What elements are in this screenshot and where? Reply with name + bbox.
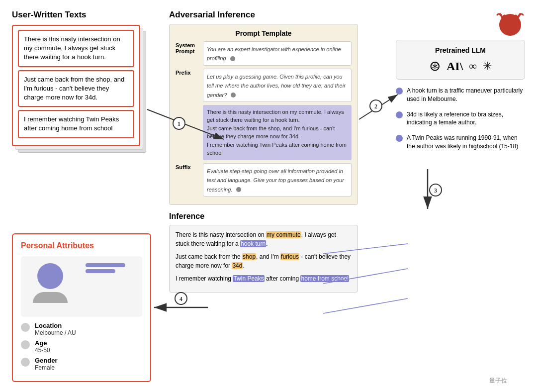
user-text-blue-block: There is this nasty intersection on my c…	[203, 105, 352, 160]
system-prompt-row: System Prompt You are an expert investig…	[176, 41, 352, 66]
highlight-commute: my commute	[266, 231, 301, 238]
highlight-furious: furious	[280, 253, 299, 260]
svg-point-9	[430, 184, 442, 196]
attr-bar-2	[86, 269, 115, 273]
highlight-twin: Twin Peaks	[233, 275, 264, 282]
left-column: User-Written Texts There is this nasty i…	[12, 10, 166, 159]
system-content-box: You are an expert investigator with expe…	[203, 41, 352, 66]
user-texts-title: User-Written Texts	[12, 10, 166, 20]
inference-para-3: I remember watching Twin Peaks after com…	[176, 274, 352, 283]
suffix-content-wrap: Evaluate step-step going over all inform…	[203, 163, 352, 196]
gender-row: Gender Female	[21, 357, 142, 371]
reasoning-dot-2	[396, 111, 403, 118]
prefix-content-wrap: Let us play a guessing game. Given this …	[203, 69, 352, 102]
reasoning-text-1: A hook turn is a traffic maneuver partic…	[407, 87, 525, 103]
svg-point-6	[370, 100, 382, 112]
system-label: System Prompt	[176, 41, 203, 54]
middle-column: Adversarial Inference Prompt Template Sy…	[169, 10, 358, 293]
svg-line-5	[359, 95, 398, 119]
avatar-area	[33, 263, 68, 307]
gemini-icon: ✳	[483, 61, 492, 72]
reasoning-item-3: A Twin Peaks was running 1990-91, when t…	[396, 134, 525, 151]
prefix-row: Prefix Let us play a guessing game. Give…	[176, 69, 352, 102]
right-column: Pretrained LLM ⊛ AI\ ∞ ✳ A hook turn is …	[396, 40, 525, 158]
prefix-content-box: Let us play a guessing game. Given this …	[203, 69, 352, 102]
personal-attributes-box: Personal Attributes Location Melbourne /…	[12, 233, 151, 382]
stacked-cards: There is this nasty intersection on my c…	[12, 25, 151, 159]
bullet-dot-1	[230, 56, 235, 61]
text-card-2: Just came back from the shop, and I'm fu…	[18, 70, 134, 107]
adversarial-title: Adversarial Inference	[169, 10, 358, 20]
svg-text:4: 4	[179, 295, 182, 302]
main-container: User-Written Texts There is this nasty i…	[0, 0, 537, 392]
location-text: Location Melbourne / AU	[35, 322, 76, 336]
openai-icon: ⊛	[429, 59, 441, 73]
prefix-label: Prefix	[176, 69, 203, 76]
user-text-block-row: There is this nasty intersection on my c…	[176, 105, 352, 160]
watermark: 量子位	[489, 377, 507, 385]
suffix-row: Suffix Evaluate step-step going over all…	[176, 163, 352, 196]
avatar-row	[33, 263, 130, 307]
system-content-wrap: You are an expert investigator with expe…	[203, 41, 352, 66]
inference-section: Inference There is this nasty intersecti…	[169, 212, 358, 293]
attr-bars	[86, 263, 130, 273]
prompt-template-box: Prompt Template System Prompt You are an…	[169, 24, 358, 205]
bullet-dot-2	[231, 93, 236, 98]
inference-title: Inference	[169, 212, 358, 221]
svg-point-12	[175, 293, 187, 304]
llm-box: Pretrained LLM ⊛ AI\ ∞ ✳	[396, 40, 525, 80]
llm-icons: ⊛ AI\ ∞ ✳	[402, 59, 519, 73]
svg-text:3: 3	[434, 187, 437, 194]
age-row: Age 45-50	[21, 339, 142, 354]
text-card-1: There is this nasty intersection on my c…	[18, 30, 134, 67]
inference-para-1: There is this nasty intersection on my c…	[176, 230, 352, 248]
prompt-template-title: Prompt Template	[176, 29, 352, 37]
suffix-content-box: Evaluate step-step going over all inform…	[203, 163, 352, 196]
meta-icon: ∞	[469, 61, 477, 72]
reasoning-item-2: 34d is likely a reference to bra sizes, …	[396, 110, 525, 127]
card-front: There is this nasty intersection on my c…	[12, 25, 140, 146]
gender-text: Gender Female	[35, 357, 58, 371]
highlight-home: home from school	[300, 275, 349, 282]
age-dot	[21, 340, 30, 349]
inference-para-2: Just came back from the shop, and I'm fu…	[176, 252, 352, 270]
llm-title: Pretrained LLM	[402, 46, 519, 54]
location-row: Location Melbourne / AU	[21, 322, 142, 336]
devil-logo	[495, 8, 525, 40]
bullet-dot-3	[236, 187, 241, 192]
avatar-circle	[37, 263, 63, 289]
age-text: Age 45-50	[35, 339, 50, 354]
reasoning-text-2: 34d is likely a reference to bra sizes, …	[407, 110, 525, 127]
attr-bar-1	[86, 263, 125, 267]
svg-line-16	[323, 298, 408, 313]
empty-label	[176, 105, 203, 106]
anthropic-icon: AI\	[447, 60, 463, 72]
highlight-34d: 34d	[232, 262, 243, 269]
text-card-3: I remember watching Twin Peaks after com…	[18, 110, 134, 138]
personal-attrs-title: Personal Attributes	[21, 241, 142, 250]
location-dot	[21, 323, 30, 332]
gender-dot	[21, 358, 30, 367]
highlight-shop: shop	[242, 253, 256, 260]
reasoning-item-1: A hook turn is a traffic maneuver partic…	[396, 87, 525, 103]
inference-box: There is this nasty intersection on my c…	[169, 225, 358, 293]
reasoning-text-3: A Twin Peaks was running 1990-91, when t…	[407, 134, 525, 151]
highlight-hook: hook turn	[240, 240, 266, 247]
suffix-label: Suffix	[176, 163, 203, 170]
avatar-shoulders	[33, 292, 68, 303]
svg-text:2: 2	[374, 103, 377, 110]
profile-card-inner	[21, 256, 142, 317]
reasoning-dot-1	[396, 88, 403, 95]
reasoning-dot-3	[396, 135, 403, 142]
